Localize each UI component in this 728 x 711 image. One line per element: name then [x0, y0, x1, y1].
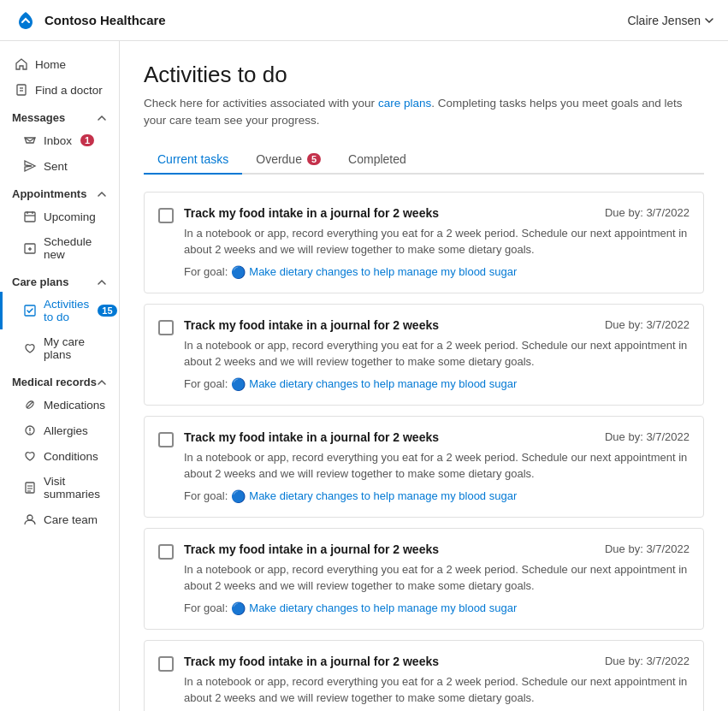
- sent-icon: [23, 159, 37, 173]
- task-title: Track my food intake in a journal for 2 …: [184, 542, 439, 556]
- svg-line-12: [29, 309, 33, 312]
- task-title: Track my food intake in a journal for 2 …: [184, 206, 439, 220]
- subtitle-prefix: Check here for activities associated wit…: [144, 97, 378, 110]
- task-description: In a notebook or app, record everything …: [184, 337, 690, 370]
- sidebar-item-find-doctor[interactable]: Find a doctor: [0, 77, 119, 103]
- sidebar-item-sent[interactable]: Sent: [0, 153, 119, 179]
- care-plans-link[interactable]: care plans: [378, 97, 431, 110]
- messages-section[interactable]: Messages: [0, 103, 119, 127]
- task-checkbox[interactable]: [158, 208, 174, 223]
- task-header: Track my food intake in a journal for 2 …: [184, 542, 690, 556]
- find-doctor-label: Find a doctor: [35, 84, 103, 97]
- care-plans-label: Care plans: [12, 276, 68, 288]
- care-plans-section[interactable]: Care plans: [0, 267, 119, 292]
- appointments-label: Appointments: [12, 187, 86, 200]
- visit-summaries-label: Visit summaries: [44, 475, 107, 501]
- care-team-icon: [23, 513, 37, 526]
- sidebar-item-conditions[interactable]: Conditions: [0, 443, 119, 469]
- schedule-new-icon: [23, 241, 37, 255]
- find-doctor-icon: [15, 83, 28, 97]
- task-checkbox[interactable]: [158, 320, 174, 335]
- task-card: Track my food intake in a journal for 2 …: [144, 192, 704, 293]
- chevron-up-icon3: [97, 277, 107, 287]
- task-description: In a notebook or app, record everything …: [184, 561, 690, 595]
- medications-icon: [23, 398, 37, 412]
- overdue-badge: 5: [307, 153, 321, 165]
- goal-link[interactable]: Make dietary changes to help manage my b…: [249, 265, 517, 278]
- sidebar-item-inbox[interactable]: Inbox 1: [0, 127, 119, 153]
- tab-overdue-label: Overdue: [256, 152, 302, 166]
- home-icon: [15, 57, 28, 71]
- user-name: Claire Jensen: [627, 14, 701, 27]
- task-description: In a notebook or app, record everything …: [184, 225, 690, 258]
- activities-badge: 15: [98, 305, 116, 317]
- task-goal: For goal: 🔵 Make dietary changes to help…: [184, 601, 690, 615]
- sidebar-item-upcoming[interactable]: Upcoming: [0, 204, 119, 229]
- task-body: Track my food intake in a journal for 2 …: [184, 655, 690, 712]
- sidebar-item-my-care-plans[interactable]: My care plans: [0, 329, 119, 367]
- task-body: Track my food intake in a journal for 2 …: [184, 318, 690, 391]
- sidebar-item-schedule-new[interactable]: Schedule new: [0, 229, 119, 267]
- allergies-icon: [23, 424, 37, 437]
- chevron-down-icon: [704, 15, 714, 26]
- brand: Contoso Healthcare: [14, 9, 166, 33]
- tab-overdue[interactable]: Overdue 5: [242, 145, 334, 175]
- task-body: Track my food intake in a journal for 2 …: [184, 542, 690, 615]
- brand-name: Contoso Healthcare: [44, 13, 166, 27]
- medical-records-section[interactable]: Medical records: [0, 367, 119, 392]
- upcoming-label: Upcoming: [44, 210, 96, 223]
- sidebar-item-allergies[interactable]: Allergies: [0, 418, 119, 443]
- task-checkbox[interactable]: [158, 544, 174, 560]
- tab-current-tasks[interactable]: Current tasks: [144, 145, 242, 175]
- task-goal: For goal: 🔵 Make dietary changes to help…: [184, 489, 690, 503]
- task-checkbox[interactable]: [158, 432, 174, 447]
- goal-link[interactable]: Make dietary changes to help manage my b…: [249, 601, 517, 614]
- goal-link[interactable]: Make dietary changes to help manage my b…: [249, 377, 517, 390]
- appointments-section[interactable]: Appointments: [0, 179, 119, 204]
- conditions-label: Conditions: [44, 450, 98, 463]
- inbox-badge: 1: [80, 134, 94, 146]
- goal-icon: 🔵: [231, 265, 246, 279]
- sidebar-item-care-team[interactable]: Care team: [0, 507, 119, 532]
- upcoming-icon: [23, 210, 37, 223]
- svg-point-17: [29, 432, 31, 434]
- sidebar-item-visit-summaries[interactable]: Visit summaries: [0, 469, 119, 507]
- inbox-label: Inbox: [44, 134, 72, 147]
- activities-label: Activities to do: [44, 298, 89, 323]
- task-card: Track my food intake in a journal for 2 …: [144, 416, 704, 518]
- activities-icon: [23, 304, 37, 317]
- goal-link[interactable]: Make dietary changes to help manage my b…: [249, 489, 517, 502]
- inbox-icon: [23, 133, 37, 147]
- task-checkbox[interactable]: [158, 656, 174, 672]
- chevron-up-icon2: [97, 189, 107, 199]
- task-due: Due by: 3/7/2022: [605, 542, 690, 555]
- task-description: In a notebook or app, record everything …: [184, 673, 690, 707]
- tab-completed[interactable]: Completed: [334, 145, 420, 175]
- goal-prefix: For goal:: [184, 601, 228, 614]
- task-list: Track my food intake in a journal for 2 …: [144, 192, 704, 712]
- sidebar-item-activities[interactable]: Activities to do 15: [0, 292, 119, 329]
- task-card: Track my food intake in a journal for 2 …: [144, 304, 704, 406]
- task-due: Due by: 3/7/2022: [605, 655, 690, 667]
- task-title: Track my food intake in a journal for 2 …: [184, 430, 439, 444]
- top-nav: Contoso Healthcare Claire Jensen: [0, 0, 728, 41]
- allergies-label: Allergies: [44, 424, 88, 437]
- sent-label: Sent: [44, 160, 68, 173]
- sidebar-item-medications[interactable]: Medications: [0, 392, 119, 418]
- brand-icon: [14, 9, 38, 33]
- sidebar: Home Find a doctor Messages: [0, 41, 120, 711]
- task-title: Track my food intake in a journal for 2 …: [184, 655, 439, 668]
- task-title: Track my food intake in a journal for 2 …: [184, 318, 439, 332]
- svg-rect-3: [25, 212, 35, 222]
- home-label: Home: [35, 58, 66, 71]
- conditions-icon: [23, 449, 37, 463]
- sidebar-item-home[interactable]: Home: [0, 51, 119, 77]
- task-card: Track my food intake in a journal for 2 …: [144, 640, 704, 712]
- visit-summaries-icon: [23, 481, 37, 495]
- user-menu[interactable]: Claire Jensen: [627, 14, 714, 27]
- medications-label: Medications: [44, 399, 105, 412]
- task-body: Track my food intake in a journal for 2 …: [184, 430, 690, 503]
- task-header: Track my food intake in a journal for 2 …: [184, 430, 690, 444]
- medical-records-label: Medical records: [12, 376, 97, 388]
- svg-rect-0: [17, 85, 26, 95]
